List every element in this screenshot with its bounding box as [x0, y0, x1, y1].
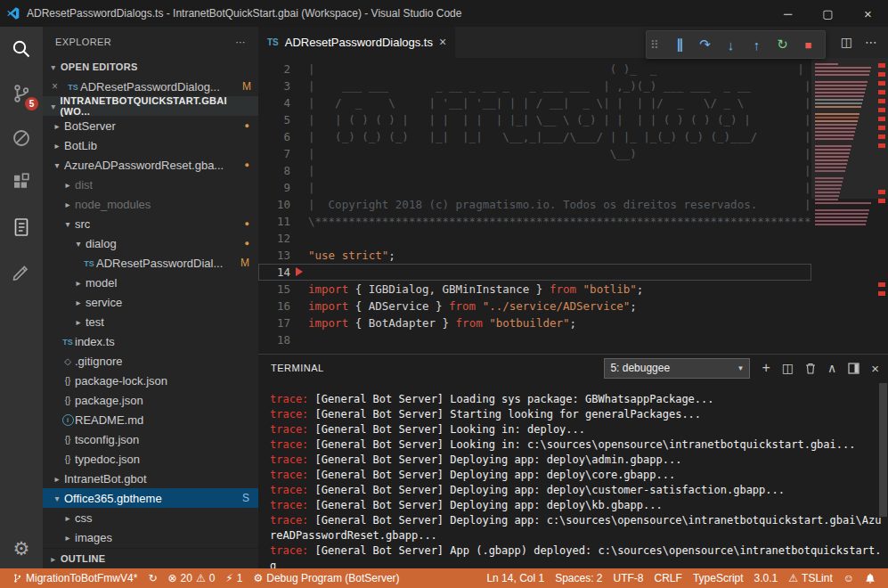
tree-item-images[interactable]: ▸images [43, 527, 258, 547]
chevron-right-icon: ▸ [50, 121, 64, 131]
source-control-badge: 5 [25, 97, 38, 110]
search-icon[interactable] [0, 27, 43, 71]
tree-item-label: typedoc.json [75, 453, 140, 466]
encoding-item[interactable]: UTF-8 [608, 572, 649, 584]
tree-item-tsconfig-json[interactable]: {}tsconfig.json [43, 429, 258, 449]
git-modified-dot-badge: ● [245, 239, 249, 248]
tree-item-index-ts[interactable]: TSindex.ts [43, 331, 258, 351]
tree-item-intranetbot-gbot[interactable]: ▸IntranetBot.gbot [43, 469, 258, 488]
tab-close-icon[interactable]: × [439, 35, 446, 49]
git-modified-dot-badge: ● [245, 121, 249, 130]
eol-item[interactable]: CRLF [649, 572, 688, 584]
close-panel-icon[interactable]: × [871, 361, 879, 376]
document-icon[interactable] [0, 205, 43, 249]
tree-item-adresetpassworddial[interactable]: TSADResetPasswordDial...M [43, 253, 258, 273]
split-editor-icon[interactable]: ◫ [841, 35, 852, 49]
tslint-item[interactable]: ⚠ TSLint [783, 572, 837, 584]
explorer-more-actions-icon[interactable]: ⋯ [236, 37, 246, 48]
tree-item-test[interactable]: ▸test [43, 312, 258, 331]
pause-button[interactable]: ∥ [666, 37, 692, 53]
code-line-9: 9| | [258, 179, 811, 196]
close-button[interactable]: × [848, 0, 888, 27]
tree-item-css[interactable]: ▸css [43, 508, 258, 527]
line-number: 13 [258, 247, 296, 264]
code-editor[interactable]: 2| ( )_ _ |3| ___ ___ _ __ _ __ _ _ ___ … [258, 58, 888, 354]
terminal-line: trace: [General Bot Server] Deploying ap… [270, 468, 883, 483]
open-editors-header[interactable]: ▾ OPEN EDITORS [43, 57, 258, 77]
maximize-panel-icon[interactable]: ∧ [827, 361, 836, 375]
sync-item[interactable]: ↻ [143, 572, 162, 584]
settings-gear-icon[interactable]: ⚙ [13, 538, 30, 559]
debug-icon[interactable] [0, 116, 43, 160]
stop-button[interactable]: ■ [795, 38, 821, 52]
drag-handle-icon[interactable]: ⠿ [650, 38, 666, 52]
smiley-icon: ☺ [843, 572, 854, 584]
step-out-button[interactable]: ↑ [744, 37, 770, 53]
open-editor-label: ADResetPasswordDialog... [80, 80, 220, 94]
tree-item-label: ADResetPasswordDial... [96, 257, 223, 270]
tree-item-typedoc-json[interactable]: {}typedoc.json [43, 449, 258, 469]
terminal-scrollbar[interactable] [879, 383, 887, 517]
error-mark [878, 99, 885, 103]
open-editor-item[interactable]: × TS ADResetPasswordDialog... M [43, 77, 258, 96]
outline-section-header[interactable]: ▸ OUTLINE [43, 548, 258, 568]
feedback-item[interactable]: ⚡ 1 [220, 572, 248, 584]
tree-item-office365-gbtheme[interactable]: ▾Office365.gbthemeS [43, 488, 258, 508]
notifications-item[interactable] [859, 572, 881, 584]
tree-item-package-json[interactable]: {}package.json [43, 390, 258, 410]
tree-item-node-modules[interactable]: ▸node_modules [43, 194, 258, 214]
language-mode-item[interactable]: TypeScript [688, 572, 749, 584]
panel-layout-icon[interactable] [848, 363, 859, 374]
step-over-button[interactable]: ↷ [692, 37, 718, 53]
tree-item-label: index.ts [75, 335, 115, 348]
tree-item-src[interactable]: ▾src● [43, 214, 258, 233]
error-icon: ⊗ [167, 572, 176, 584]
indentation-item[interactable]: Spaces: 2 [550, 572, 607, 584]
tree-item-service[interactable]: ▸service [43, 292, 258, 312]
tree-item-gitignore[interactable]: ◇.gitignore [43, 351, 258, 371]
tree-item-botlib[interactable]: ▸BotLib [43, 135, 258, 155]
tree-item-label: tsconfig.json [75, 433, 139, 446]
problems-item[interactable]: ⊗ 20 ⚠ 0 [162, 572, 220, 584]
ts-version-item[interactable]: 3.0.1 [749, 572, 784, 584]
code-line-6: 6| (_) (_) (_) |_| |_| \__,_|___/\___/ |… [258, 128, 811, 145]
terminal-tab[interactable]: TERMINAL [267, 363, 328, 373]
tree-item-botserver[interactable]: ▸BotServer● [43, 116, 258, 135]
restart-button[interactable]: ↻ [770, 37, 795, 53]
tree-item-package-lock-json[interactable]: {}package-lock.json [43, 371, 258, 390]
tree-item-dist[interactable]: ▸dist [43, 175, 258, 194]
typescript-file-icon: TS [62, 338, 73, 347]
tree-item-azureadpasswordreset-gba[interactable]: ▾AzureADPasswordReset.gba...● [43, 155, 258, 175]
chevron-down-icon: ▾ [50, 160, 64, 170]
terminal-selector-dropdown[interactable]: 5: debuggee ▼ [604, 358, 750, 379]
split-terminal-icon[interactable]: ◫ [782, 361, 794, 375]
tree-item-readme-md[interactable]: iREADME.md [43, 410, 258, 429]
tab-adresetpassworddialogs[interactable]: TS ADResetPasswordDialogs.ts × [258, 27, 455, 58]
vscode-logo-icon[interactable] [0, 6, 27, 20]
cursor-position-item[interactable]: Ln 14, Col 1 [481, 572, 550, 584]
edit-icon[interactable] [0, 249, 43, 294]
git-branch-item[interactable]: MigrationToBotFmwV4* [7, 572, 143, 584]
chevron-right-icon: ▸ [61, 200, 75, 209]
debug-program-item[interactable]: ⚙ Debug Program (BotServer) [248, 572, 404, 584]
step-into-button[interactable]: ↓ [718, 37, 744, 53]
minimize-button[interactable]: ─ [768, 0, 808, 27]
new-terminal-icon[interactable]: + [762, 360, 770, 376]
close-editor-icon[interactable]: × [52, 80, 66, 93]
extensions-icon[interactable] [0, 160, 43, 205]
kill-terminal-icon[interactable] [805, 363, 816, 374]
terminal-output[interactable]: trace: [General Bot Server] Loading sys … [258, 381, 888, 568]
terminal-line: trace: [General Bot Server] Deploying ap… [270, 453, 883, 468]
tree-item-label: dialog [86, 237, 117, 250]
workspace-section-header[interactable]: ▾ INTRANETBOTQUICKSTART.GBAI (WO... [43, 96, 258, 116]
tree-item-model[interactable]: ▸model [43, 273, 258, 292]
tree-item-dialog[interactable]: ▾dialog● [43, 233, 258, 253]
error-mark [878, 117, 885, 121]
code-line-7: 7| \__) | [258, 145, 811, 162]
code-area[interactable]: 2| ( )_ _ |3| ___ ___ _ __ _ __ _ _ ___ … [258, 58, 811, 354]
error-mark [878, 90, 885, 94]
feedback-smiley-item[interactable]: ☺ [838, 572, 859, 584]
editor-more-actions-icon[interactable]: ⋯ [865, 35, 877, 49]
source-control-icon[interactable]: 5 [0, 71, 43, 116]
maximize-button[interactable]: ▢ [808, 0, 848, 27]
